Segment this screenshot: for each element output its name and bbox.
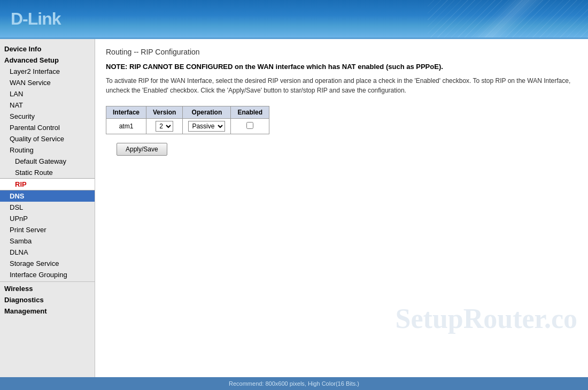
sidebar: Device Info Advanced Setup Layer2 Interf… — [0, 39, 95, 377]
version-select[interactable]: 1 2 — [156, 121, 173, 132]
logo: D-Link — [11, 9, 61, 29]
enabled-checkbox[interactable] — [246, 122, 253, 129]
sidebar-item-default-gateway[interactable]: Default Gateway — [0, 156, 95, 167]
sidebar-item-dsl[interactable]: DSL — [0, 202, 95, 213]
sidebar-item-quality-of-service[interactable]: Quality of Service — [0, 133, 95, 144]
header: D-Link — [0, 0, 588, 37]
cell-enabled[interactable] — [231, 119, 269, 134]
sidebar-item-wireless[interactable]: Wireless — [0, 283, 95, 294]
sidebar-item-rip[interactable]: RIP — [0, 178, 95, 190]
sidebar-item-wan-service[interactable]: WAN Service — [0, 77, 95, 88]
warning-text: NOTE: RIP CANNOT BE CONFIGURED on the WA… — [106, 63, 577, 71]
sidebar-item-dlna[interactable]: DLNA — [0, 247, 95, 258]
footer: Recommend: 800x600 pixels, High Color(16… — [0, 377, 588, 390]
sidebar-item-static-route[interactable]: Static Route — [0, 167, 95, 178]
sidebar-item-device-info[interactable]: Device Info — [0, 43, 95, 55]
nav-separator-1 — [0, 281, 95, 282]
sidebar-item-layer2-interface[interactable]: Layer2 Interface — [0, 66, 95, 77]
sidebar-item-interface-grouping[interactable]: Interface Grouping — [0, 269, 95, 280]
apply-save-button[interactable]: Apply/Save — [117, 143, 167, 156]
sidebar-item-dns[interactable]: DNS — [0, 190, 95, 202]
sidebar-item-nat[interactable]: NAT — [0, 100, 95, 111]
sidebar-item-diagnostics[interactable]: Diagnostics — [0, 294, 95, 305]
operation-select[interactable]: Passive Active Both — [188, 121, 225, 132]
description-text: To activate RIP for the WAN Interface, s… — [106, 76, 577, 95]
cell-operation[interactable]: Passive Active Both — [183, 119, 231, 134]
content-panel: Routing -- RIP Configuration NOTE: RIP C… — [95, 39, 588, 377]
sidebar-item-lan[interactable]: LAN — [0, 88, 95, 100]
rip-table: Interface Version Operation Enabled atm1… — [106, 106, 269, 134]
app-frame: D-Link Device Info Advanced Setup Layer2… — [0, 0, 588, 390]
footer-text: Recommend: 800x600 pixels, High Color(16… — [229, 380, 359, 387]
cell-interface: atm1 — [106, 119, 146, 134]
cell-version[interactable]: 1 2 — [146, 119, 183, 134]
main-area: Device Info Advanced Setup Layer2 Interf… — [0, 37, 588, 377]
sidebar-item-parental-control[interactable]: Parental Control — [0, 122, 95, 133]
sidebar-item-storage-service[interactable]: Storage Service — [0, 258, 95, 269]
table-row: atm1 1 2 Passive Active Both — [106, 119, 269, 134]
sidebar-item-upnp[interactable]: UPnP — [0, 213, 95, 224]
col-header-interface: Interface — [106, 106, 146, 119]
col-header-enabled: Enabled — [231, 106, 269, 119]
sidebar-item-routing[interactable]: Routing — [0, 144, 95, 156]
sidebar-item-advanced-setup[interactable]: Advanced Setup — [0, 55, 95, 66]
sidebar-item-management[interactable]: Management — [0, 305, 95, 317]
sidebar-item-print-server[interactable]: Print Server — [0, 224, 95, 235]
sidebar-item-samba[interactable]: Samba — [0, 235, 95, 247]
watermark: SetupRouter.co — [396, 303, 577, 334]
sidebar-item-security[interactable]: Security — [0, 111, 95, 122]
col-header-version: Version — [146, 106, 183, 119]
col-header-operation: Operation — [183, 106, 231, 119]
page-title: Routing -- RIP Configuration — [106, 48, 577, 56]
